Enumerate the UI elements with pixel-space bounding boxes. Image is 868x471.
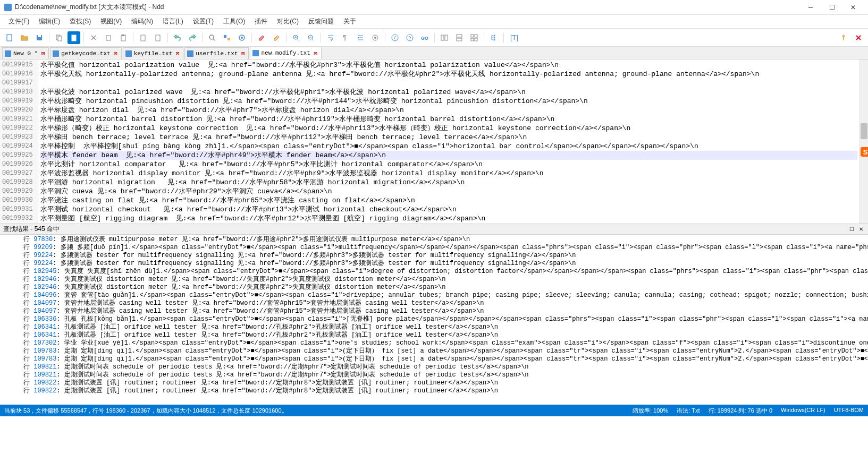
status-zoom[interactable]: 缩放率: 100% (633, 407, 668, 415)
tab-close-icon[interactable]: ⊠ (313, 50, 319, 56)
search-result-row[interactable]: 行 102945: 失真度 失真度[shī zhēn dù]1.</span><… (23, 268, 868, 276)
copy-icon[interactable] (53, 31, 65, 44)
code-line[interactable]: 水平梯田 bench terrace; level terrace 见:<a h… (40, 133, 857, 142)
code-line[interactable]: 水平波形监视器 horizontal display monitor 见:<a … (40, 169, 857, 178)
code-line[interactable]: 水平横木 fender beam 见:<a href="bword://水平#p… (40, 151, 857, 160)
nav-back-icon[interactable] (389, 31, 401, 44)
clipboard2-icon[interactable] (151, 31, 164, 44)
find-icon[interactable] (206, 31, 218, 44)
tab-close-icon[interactable]: ⊠ (113, 50, 119, 57)
status-encoding[interactable]: UTF8-BOM (834, 407, 864, 415)
maximize-button[interactable]: ☐ (821, 1, 842, 14)
menu-item[interactable]: 查找(S) (65, 15, 95, 28)
file-tab[interactable]: keyfile.txt⊠ (123, 47, 184, 59)
search-result-row[interactable]: 行 109821: 定期测试时间表 schedule of periodic t… (23, 363, 868, 371)
file-tab[interactable]: new_modify.txt⊠ (250, 47, 321, 59)
code-line[interactable]: 水平标度盘 horizon dial 见:<a href="bword://水平… (40, 106, 857, 115)
nav-forward-icon[interactable] (403, 31, 416, 44)
search-result-row[interactable]: 行 109822: 定期测试装置 [讯] routiner; routineer… (23, 387, 868, 395)
menu-item[interactable]: 对比(C) (273, 15, 303, 28)
menu-item[interactable]: 语言(L) (158, 15, 188, 28)
goto-icon[interactable]: GO (418, 31, 431, 44)
save-icon[interactable] (33, 31, 46, 44)
code-line[interactable]: 水平极化天线 horizontally-polarized antenna; g… (40, 70, 857, 79)
code-line[interactable] (40, 79, 857, 88)
marker-icon[interactable]: S (861, 147, 868, 157)
search-result-row[interactable]: 行 97830: 多用途测试仪表 multipurpose meter 见:<a… (23, 236, 868, 244)
scroll-thumb[interactable] (861, 123, 867, 139)
search-result-row[interactable]: 行 104096: 套管 套管[tào guǎn]1.</span><span … (23, 292, 868, 299)
search-result-row[interactable]: 行 109783: 定期 定期[dìng qī]1.</span><span c… (23, 347, 868, 355)
settings-icon[interactable] (369, 31, 382, 44)
split-h-icon[interactable] (438, 31, 451, 44)
file-tab[interactable]: getkeycode.txt⊠ (50, 47, 121, 59)
menu-item[interactable]: 工具(O) (219, 15, 249, 28)
clipboard-icon[interactable] (137, 31, 149, 44)
code-line[interactable]: 水平极化波 horizontal polarized wave 见:<a hre… (40, 88, 857, 97)
whitespace-icon[interactable]: ¶ (339, 31, 352, 44)
cut-icon[interactable] (87, 31, 100, 44)
menu-item[interactable]: 编辑(E) (35, 15, 64, 28)
new-file-icon[interactable] (3, 31, 16, 44)
status-syntax[interactable]: 语法: Txt (677, 407, 700, 415)
code-editor[interactable]: 水平极化值 horizontal polarization value 见:<a… (38, 59, 859, 224)
status-eol[interactable]: Windows(CR LF) (781, 407, 825, 415)
search-result-row[interactable]: 行 109783: 定期 定期[dìng qī]1.</span><span c… (23, 355, 868, 363)
paste2-icon[interactable] (117, 31, 130, 44)
search-result-row[interactable]: 行 102946: 失真度测试仪 distortion meter 见:<a h… (23, 276, 868, 284)
code-line[interactable]: 水平棒控制 水平棒控制[shuǐ píng bàng kòng zhì]1.</… (40, 142, 857, 151)
search-result-row[interactable]: 行 109822: 定期测试装置 [讯] routiner; routineer… (23, 379, 868, 387)
code-line[interactable]: 水平梯形（畸变）校正 horizontal keystone correctio… (40, 124, 857, 133)
search-result-row[interactable]: 行 99209: 多频 多频[duō pín]1.</span><span cl… (23, 244, 868, 252)
code-line[interactable]: 水平测量图 [航空] rigging diagram 见:<a href="bw… (40, 214, 857, 223)
code-line[interactable]: 水平比测计 horizontal comparator 见:<a href="b… (40, 160, 857, 169)
zoom-in-icon[interactable] (290, 31, 302, 44)
search-result-row[interactable]: 行 106341: 孔板测试器 [油工] orifice well tester… (23, 323, 868, 331)
code-line[interactable]: 水平浇注 casting on flat 见:<a href="bword://… (40, 196, 857, 205)
menu-item[interactable]: 关于 (339, 15, 360, 28)
code-line[interactable]: 水平桶形畸变 horizontal barrel distortion 见:<a… (40, 115, 857, 124)
menu-item[interactable]: 设置(T) (189, 15, 218, 28)
copy2-icon[interactable] (102, 31, 115, 44)
menu-item[interactable]: 反馈问题 (304, 15, 338, 28)
eraser-icon[interactable] (255, 31, 268, 44)
undo-icon[interactable] (171, 31, 184, 44)
search-result-row[interactable]: 行 104097: 套管井地层测试器 casing well tester 见:… (23, 299, 868, 307)
search-result-row[interactable]: 行 109821: 定期测试时间表 schedule of periodic t… (23, 371, 868, 379)
split-v-icon[interactable] (453, 31, 466, 44)
file-tab[interactable]: userfile.txt⊠ (184, 47, 249, 59)
code-line[interactable]: 水平测试 horizontal checkout 见:<a href="bwor… (40, 205, 857, 214)
menu-item[interactable]: 编码(N) (127, 15, 157, 28)
search-close-icon[interactable]: ✕ (857, 226, 865, 233)
code-line[interactable]: 水平极化值 horizontal polarization value 见:<a… (40, 61, 857, 70)
pin-icon[interactable] (837, 31, 850, 44)
zoom-out-icon[interactable] (305, 31, 317, 44)
highlight-icon[interactable] (270, 31, 283, 44)
open-file-icon[interactable] (18, 31, 31, 44)
search-result-row[interactable]: 行 99224: 多频测试器 tester for multifrequency… (23, 260, 868, 268)
bracket-icon[interactable]: [T] (507, 31, 520, 44)
code-line[interactable]: 水平洞穴 cueva 见:<a href="bword://水平#phr29">… (40, 187, 857, 196)
paste-icon[interactable] (68, 31, 80, 44)
search-maximize-icon[interactable]: ☐ (848, 226, 855, 233)
tab-close-icon[interactable]: ⊠ (174, 50, 181, 57)
marker-icon[interactable] (235, 31, 248, 44)
close-button[interactable]: ✕ (842, 1, 864, 14)
tab-close-icon[interactable]: ⊠ (40, 50, 46, 57)
menu-item[interactable]: 插件 (250, 15, 272, 28)
grid-icon[interactable] (468, 31, 481, 44)
code-line[interactable]: 水平枕形畸变 horizontal pincushion distortion … (40, 97, 857, 106)
code-line[interactable]: 水平洄游 horizontal migration 见:<a href="bwo… (40, 178, 857, 187)
vertical-scrollbar[interactable] (859, 59, 868, 224)
close-all-icon[interactable] (852, 31, 865, 44)
tab-close-icon[interactable]: ⊠ (240, 50, 246, 57)
search-result-row[interactable]: 行 107302: 学业 学业[xué yè]1.</span><span cl… (23, 339, 868, 347)
replace-icon[interactable] (221, 31, 233, 44)
menu-item[interactable]: 文件(F) (4, 15, 33, 28)
search-result-row[interactable]: 行 106341: 孔板测试器 [油工] orifice well tester… (23, 331, 868, 339)
redo-icon[interactable] (186, 31, 199, 44)
search-result-row[interactable]: 行 99224: 多频测试器 tester for multifrequency… (23, 252, 868, 260)
minimize-button[interactable]: ─ (800, 1, 821, 14)
menu-item[interactable]: 视图(V) (96, 15, 126, 28)
indent-icon[interactable] (354, 31, 367, 44)
